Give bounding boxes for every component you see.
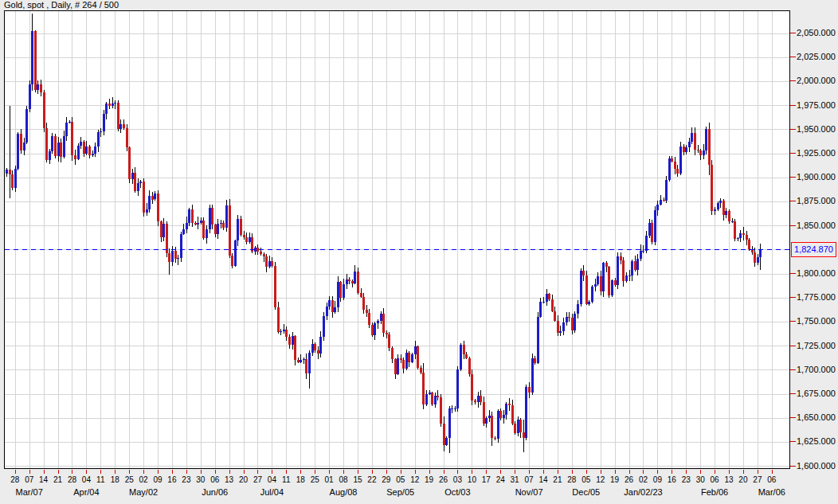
price-axis-tick (790, 80, 796, 81)
date-axis-tick (15, 470, 16, 474)
date-axis-tick (86, 470, 87, 474)
price-axis-tick (790, 129, 796, 130)
price-axis-label: 1,625.000 (797, 437, 836, 446)
date-axis-tick (72, 470, 72, 474)
date-axis-tick (715, 470, 715, 474)
date-axis-tick (29, 470, 30, 474)
date-axis-tick (201, 470, 202, 474)
price-axis-tick (790, 201, 796, 201)
price-axis-label: 1,775.000 (797, 293, 836, 302)
plot-canvas[interactable] (5, 11, 789, 468)
price-axis-tick (790, 153, 796, 154)
date-axis-tick (601, 470, 601, 474)
date-axis-tick (358, 470, 358, 474)
date-axis-tick (629, 470, 630, 474)
date-axis-tick (115, 470, 116, 474)
price-axis-tick (790, 346, 796, 346)
date-axis-tick (58, 470, 59, 474)
price-axis-tick (790, 369, 796, 370)
price-axis-label: 2,000.000 (797, 76, 836, 85)
date-axis-tick (329, 470, 330, 474)
date-axis-tick (657, 470, 658, 474)
last-price-label: 1,824.870 (791, 242, 836, 257)
price-axis-label: 1,975.000 (797, 101, 836, 110)
date-axis-month-label: Jul/04 (243, 487, 300, 497)
date-axis-tick (343, 470, 344, 474)
date-axis-tick (415, 470, 416, 474)
date-axis-tick (386, 470, 387, 474)
price-axis-label: 1,600.000 (797, 462, 836, 471)
date-axis-month-label: Feb/06 (686, 487, 743, 497)
date-axis-tick (129, 470, 130, 474)
date-axis-tick (143, 470, 144, 474)
price-axis-label: 1,725.000 (797, 342, 836, 350)
date-axis-tick (572, 470, 573, 474)
price-axis-label: 1,875.000 (797, 197, 836, 205)
date-axis-month-label: Mar/06 (743, 487, 801, 497)
date-axis-tick (315, 470, 315, 474)
price-axis-label: 1,750.000 (797, 317, 836, 326)
date-axis-tick (686, 470, 687, 474)
date-axis-month-label: May/02 (115, 487, 172, 497)
grid-lines (5, 11, 789, 468)
price-axis-tick (790, 393, 796, 394)
price-axis-tick (790, 321, 796, 322)
date-axis-tick (615, 470, 616, 474)
date-axis-tick (44, 470, 45, 474)
price-axis-label: 1,900.000 (797, 173, 836, 182)
date-axis-tick (515, 470, 515, 474)
price-axis-label: 2,025.000 (797, 53, 836, 61)
candles-layer (6, 14, 762, 453)
date-axis-tick (758, 470, 758, 474)
candlestick-plot[interactable] (4, 10, 790, 469)
date-axis-tick (401, 470, 401, 474)
price-axis-tick (790, 273, 796, 274)
date-axis-tick (186, 470, 187, 474)
price-axis-label: 1,850.000 (797, 221, 836, 230)
date-axis-tick (700, 470, 701, 474)
date-axis-tick (100, 470, 101, 474)
date-axis-tick (472, 470, 472, 474)
date-axis-tick (229, 470, 230, 474)
date-axis-tick (500, 470, 501, 474)
price-axis-tick (790, 441, 796, 442)
date-axis-tick (444, 470, 444, 474)
date-axis-day-label: 06 (762, 475, 781, 484)
price-axis-label: 1,925.000 (797, 149, 836, 158)
date-axis-tick (643, 470, 644, 474)
date-axis-tick (543, 470, 544, 474)
price-axis-tick (790, 33, 796, 33)
date-axis-month-label: Mar/07 (1, 487, 58, 497)
date-axis-tick (586, 470, 587, 474)
date-axis-month-label: Sep/05 (372, 487, 429, 497)
date-axis-tick (429, 470, 430, 474)
price-axis-tick (790, 225, 796, 226)
date-axis-tick (257, 470, 258, 474)
date-axis-tick (558, 470, 558, 474)
date-axis-tick (457, 470, 458, 474)
date-axis-tick (672, 470, 672, 474)
price-axis-tick (790, 466, 796, 467)
price-axis-label: 1,950.000 (797, 125, 836, 134)
date-axis-tick (272, 470, 272, 474)
date-axis-tick (729, 470, 730, 474)
date-axis-tick (372, 470, 373, 474)
date-axis-tick (486, 470, 487, 474)
date-axis-tick (772, 470, 773, 474)
price-axis-label: 1,700.000 (797, 365, 836, 374)
price-axis-label: 1,800.000 (797, 269, 836, 278)
date-axis-tick (215, 470, 216, 474)
price-axis-tick (790, 57, 796, 57)
price-axis-label: 1,675.000 (797, 389, 836, 398)
price-axis-tick (790, 105, 796, 106)
date-axis-tick (529, 470, 530, 474)
price-axis-tick (790, 297, 796, 298)
date-axis-month-label: Aug/08 (315, 487, 372, 497)
date-axis-tick (300, 470, 301, 474)
date-axis-month-label: Jun/06 (186, 487, 244, 497)
price-axis-tick (790, 417, 796, 418)
date-axis-tick (743, 470, 744, 474)
date-axis-tick (158, 470, 159, 474)
price-axis-label: 2,050.000 (797, 29, 836, 37)
date-axis-tick (286, 470, 287, 474)
